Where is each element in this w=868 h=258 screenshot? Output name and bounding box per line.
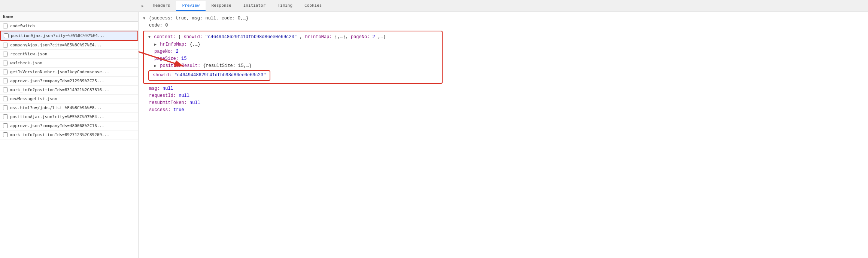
item-checkbox[interactable] <box>3 24 8 28</box>
item-checkbox[interactable] <box>3 114 8 119</box>
json-showid-line: showId: "c4649448629f41dfbb98d86ee0e69c2… <box>153 73 266 78</box>
tab-cookies[interactable]: Cookies <box>298 1 328 11</box>
tab-initiator[interactable]: Initiator <box>237 1 272 11</box>
json-hrInfoMap-val: {,…} <box>189 42 200 47</box>
json-showid-key-summary: showId: <box>183 34 205 40</box>
list-item-selected[interactable]: positionAjax.json?city=%E5%8C%97%E4... <box>0 31 138 41</box>
list-item[interactable]: companyAjax.json?city=%E5%8C%97%E4... <box>0 41 138 50</box>
main-content: Name codeSwitch positionAjax.json?city=%… <box>0 12 868 258</box>
json-pageSize-line: pageSize: 15 <box>148 55 437 62</box>
item-name: getJsVersionNumber.json?keyCode=sense... <box>10 70 109 74</box>
json-content-summary: { <box>178 34 181 40</box>
json-pageSize-key: pageSize: <box>154 56 181 61</box>
json-msg-key: msg: <box>149 86 163 91</box>
item-checkbox[interactable] <box>4 33 9 38</box>
json-resubmitToken-line: resubmitToken: null <box>143 99 864 107</box>
json-root-text: {success: true, msg: null, code: 0,…} <box>149 16 248 21</box>
json-pageSize-val: 15 <box>181 56 186 61</box>
json-positionResult-line: ▶ positionResult: {resultSize: 15,…} <box>148 62 437 70</box>
item-checkbox[interactable] <box>3 43 8 47</box>
list-item[interactable]: recentView.json <box>0 50 138 59</box>
item-name: codeSwitch <box>10 24 35 28</box>
list-item[interactable]: getJsVersionNumber.json?keyCode=sense... <box>0 68 138 77</box>
json-success-line: success: true <box>143 107 864 114</box>
left-panel: Name codeSwitch positionAjax.json?city=%… <box>0 12 139 258</box>
json-positionResult-val: {resultSize: 15,…} <box>203 63 252 68</box>
json-resubmitToken-key: resubmitToken: <box>149 100 189 105</box>
item-checkbox[interactable] <box>3 123 8 128</box>
json-hrInfoMap-line: ▶ hrInfoMap: {,…} <box>148 41 437 48</box>
list-item[interactable]: oss.html?u=/jobs/list_%E4%BC%9A%E8... <box>0 104 138 113</box>
expand-arrow-hr[interactable]: ▶ <box>154 43 157 47</box>
json-content-key: content: <box>154 34 178 40</box>
json-resubmitToken-val: null <box>189 100 200 105</box>
showid-highlight-box: showId: "c4649448629f41dfbb98d86ee0e69c2… <box>148 70 270 80</box>
json-dots: ,…} <box>378 34 386 40</box>
json-pageNo-val: 2 <box>176 49 179 54</box>
json-comma1: , <box>300 34 305 40</box>
json-msg-val: null <box>163 86 173 91</box>
json-content-line: ▼ content: { showId: "c4649448629f41dfbb… <box>148 34 437 41</box>
json-hrInfoMap-key: hrInfoMap: <box>160 42 189 47</box>
json-pageNo-key: pageNo: <box>154 49 176 54</box>
item-name: oss.html?u=/jobs/list_%E4%BC%9A%E8... <box>10 105 102 110</box>
json-positionResult-key: positionResult: <box>160 63 203 68</box>
item-checkbox[interactable] <box>3 105 8 110</box>
json-hrInfoMap-summary-val: {,…}, <box>335 34 351 40</box>
json-pageNo-summary-key: pageNo: <box>351 34 373 40</box>
json-success-key: success: <box>149 107 173 113</box>
right-panel: ▼ {success: true, msg: null, code: 0,…} … <box>139 12 868 258</box>
tab-arrow: ▶ <box>139 1 147 10</box>
json-pageNo-summary-val: 2 <box>373 34 375 40</box>
tab-bar: ▶ Headers Preview Response Initiator Tim… <box>0 0 868 12</box>
item-name: companyAjax.json?city=%E5%8C%97%E4... <box>10 43 102 47</box>
item-checkbox[interactable] <box>3 61 8 65</box>
item-name: positionAjax.json?city=%E5%8C%97%E4... <box>10 114 104 119</box>
tab-preview[interactable]: Preview <box>176 1 205 11</box>
item-checkbox[interactable] <box>3 132 8 137</box>
json-pageNo-line: pageNo: 2 <box>148 48 437 55</box>
json-showid-key: showId: <box>153 73 172 78</box>
json-msg-line: msg: null <box>143 85 864 92</box>
left-panel-header: Name <box>0 12 138 22</box>
json-showid-value-summary: "c4649448629f41dfbb98d86ee0e69c23" <box>205 34 297 40</box>
item-name: wafcheck.json <box>10 61 42 65</box>
json-requestId-key: requestId: <box>149 93 179 98</box>
list-item[interactable]: newMessageList.json <box>0 95 138 104</box>
item-checkbox[interactable] <box>3 79 8 83</box>
item-name: mark_info?positionIds=8314921%2C87816... <box>10 87 109 92</box>
tab-timing[interactable]: Timing <box>271 1 298 11</box>
list-item[interactable]: codeSwitch <box>0 22 138 31</box>
list-item[interactable]: mark_info?positionIds=8314921%2C87816... <box>0 86 138 95</box>
list-item[interactable]: positionAjax.json?city=%E5%8C%97%E4... <box>0 113 138 122</box>
json-showid-value: "c4649448629f41dfbb98d86ee0e69c23" <box>174 73 266 78</box>
json-requestId-line: requestId: null <box>143 92 864 99</box>
item-name: mark_info?positionIds=8927123%2C89269... <box>10 132 109 137</box>
item-checkbox[interactable] <box>3 96 8 101</box>
item-checkbox[interactable] <box>3 87 8 92</box>
item-name: approve.json?companyIds=212939%2C25... <box>10 79 104 83</box>
expand-arrow-position[interactable]: ▶ <box>154 64 157 68</box>
json-code-line: code: 0 <box>143 22 864 29</box>
expand-arrow[interactable]: ▼ <box>143 16 145 21</box>
list-item[interactable]: approve.json?companyIds=212939%2C25... <box>0 77 138 86</box>
item-name: approve.json?companyIds=480068%2C16... <box>10 123 104 128</box>
list-item[interactable]: approve.json?companyIds=480068%2C16... <box>0 122 138 130</box>
item-name: newMessageList.json <box>10 96 57 101</box>
list-item[interactable]: mark_info?positionIds=8927123%2C89269... <box>0 130 138 139</box>
content-highlight-box: ▼ content: { showId: "c4649448629f41dfbb… <box>143 31 443 83</box>
item-checkbox[interactable] <box>3 52 8 56</box>
item-name: recentView.json <box>10 52 47 56</box>
item-name: positionAjax.json?city=%E5%8C%97%E4... <box>11 33 105 38</box>
json-code-text: code: 0 <box>149 23 168 28</box>
json-requestId-val: null <box>179 93 189 98</box>
item-checkbox[interactable] <box>3 70 8 74</box>
tab-response[interactable]: Response <box>206 1 237 11</box>
json-success-val: true <box>173 107 184 113</box>
json-root-line: ▼ {success: true, msg: null, code: 0,…} <box>143 15 864 22</box>
expand-arrow-content[interactable]: ▼ <box>148 35 151 39</box>
list-item[interactable]: wafcheck.json <box>0 59 138 68</box>
tab-headers[interactable]: Headers <box>147 1 176 11</box>
json-hrInfoMap-summary-key: hrInfoMap: <box>305 34 335 40</box>
